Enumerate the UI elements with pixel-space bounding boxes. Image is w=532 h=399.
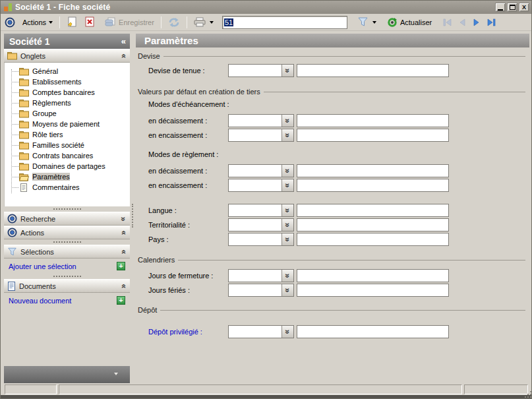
tree-item-contrats-bancaires[interactable]: Contrats bancaires (5, 150, 130, 161)
new-document-plus-button[interactable]: + (117, 296, 125, 305)
close-icon: X (522, 5, 526, 11)
panel-splitter[interactable] (4, 206, 130, 212)
green-refresh-ring-icon (387, 17, 398, 28)
combo-lookup-button[interactable]: » (281, 204, 293, 216)
tree-item-etablissements[interactable]: Etablissements (5, 77, 130, 87)
combo-lookup-button[interactable]: » (281, 284, 293, 296)
combo-echeancement-decaissement[interactable]: » (228, 114, 294, 127)
combo-lookup-button[interactable]: » (281, 179, 293, 191)
tree-item-general[interactable]: Général (5, 66, 130, 77)
input-echeancement-decaissement[interactable] (297, 114, 449, 127)
tree-item-groupe[interactable]: Groupe (5, 108, 130, 119)
add-selection-plus-button[interactable]: + (117, 262, 125, 270)
input-reglement-decaissement[interactable] (297, 164, 449, 177)
sidebar-bottom-bar[interactable] (4, 366, 130, 383)
panel-header-actions[interactable]: Actions » (4, 226, 130, 239)
input-pays[interactable] (297, 233, 449, 246)
next-record-button[interactable] (469, 16, 484, 29)
last-record-button[interactable] (484, 16, 498, 29)
input-echeancement-encaissement[interactable] (297, 129, 449, 142)
input-territorialite[interactable] (297, 218, 449, 231)
sub-label-modes-reglement: Modes de règlement : (148, 150, 525, 158)
refresh-button[interactable] (165, 15, 183, 30)
chevron-up-icon[interactable]: » (120, 284, 128, 288)
field-row-depot-privilegie: Dépôt privilégié : » (148, 325, 525, 338)
input-langue[interactable] (297, 204, 449, 217)
search-input[interactable]: 51 (222, 16, 347, 29)
combo-lookup-button[interactable]: » (281, 65, 293, 77)
depot-privilegie-link-label[interactable]: Dépôt privilégié : (148, 328, 228, 336)
combo-lookup-button[interactable]: » (281, 326, 293, 338)
combo-reglement-encaissement[interactable]: » (228, 179, 294, 192)
filter-button[interactable] (354, 15, 372, 29)
tree-item-commentaires[interactable]: Commentaires (5, 182, 130, 193)
maximize-button[interactable] (507, 3, 517, 12)
save-button[interactable]: Enregistrer (102, 15, 158, 29)
combo-devise-de-tenue[interactable]: » (228, 64, 294, 77)
combo-echeancement-encaissement[interactable]: » (228, 129, 294, 142)
combo-lookup-button[interactable]: » (281, 115, 293, 127)
combo-lookup-button[interactable]: » (281, 219, 293, 231)
input-depot-privilegie[interactable] (297, 325, 449, 338)
field-label: Jours fériés : (148, 286, 228, 294)
refresh-data-button[interactable]: Actualiser (384, 15, 435, 30)
combo-jours-de-fermeture[interactable]: » (228, 269, 294, 282)
input-jours-de-fermeture[interactable] (297, 269, 449, 282)
first-record-button[interactable] (440, 16, 455, 29)
previous-record-button[interactable] (455, 16, 469, 29)
print-button[interactable] (191, 15, 209, 29)
chevron-up-icon[interactable]: » (120, 249, 128, 254)
delete-icon (84, 16, 96, 28)
combo-depot-privilegie[interactable]: » (228, 325, 294, 338)
tree-item-parametres[interactable]: Paramètres (5, 171, 130, 182)
resize-grip[interactable] (525, 391, 526, 392)
combo-langue[interactable]: » (228, 204, 294, 217)
double-chevron-down-icon: » (284, 69, 292, 73)
chevron-up-icon[interactable]: » (120, 230, 128, 235)
panel-splitter[interactable] (4, 239, 130, 245)
panel-header-onglets[interactable]: Onglets » (4, 49, 130, 63)
new-document-link[interactable]: Nouveau document (9, 297, 117, 305)
print-options-dropdown[interactable] (209, 16, 217, 28)
combo-pays[interactable]: » (228, 233, 294, 246)
add-selection-link[interactable]: Ajouter une sélection (9, 262, 117, 270)
document-icon (7, 282, 16, 291)
delete-button[interactable] (81, 15, 99, 30)
tree-item-domaines-de-partages[interactable]: Domaines de partages (5, 161, 130, 171)
double-chevron-down-icon: » (284, 119, 292, 123)
minimize-button[interactable] (495, 3, 506, 12)
chevron-up-icon[interactable]: » (120, 53, 128, 58)
input-jours-feries[interactable] (297, 284, 449, 297)
close-button[interactable]: X (519, 3, 529, 12)
new-document-row: Nouveau document + (4, 293, 130, 308)
sidebar-splitter[interactable] (130, 34, 136, 383)
field-label: en encaissement : (148, 131, 228, 139)
panel-splitter[interactable] (4, 274, 130, 279)
combo-reglement-decaissement[interactable]: » (228, 164, 294, 177)
filter-options-dropdown[interactable] (372, 16, 380, 28)
field-label: Jours de fermeture : (148, 272, 228, 280)
tree-item-moyens-de-paiement[interactable]: Moyens de paiement (5, 119, 130, 129)
sidebar-collapse-icon[interactable]: « (121, 36, 126, 46)
tree-item-comptes-bancaires[interactable]: Comptes bancaires (5, 87, 130, 98)
panel-header-recherche[interactable]: Recherche » (4, 212, 130, 226)
panel-header-documents[interactable]: Documents » (4, 279, 130, 293)
combo-lookup-button[interactable]: » (281, 165, 293, 177)
combo-jours-feries[interactable]: » (228, 284, 294, 297)
filter-funnel-icon (357, 17, 369, 27)
tree-item-role-tiers[interactable]: Rôle tiers (5, 129, 130, 140)
combo-lookup-button[interactable]: » (281, 233, 293, 245)
actions-menu-button[interactable]: Actions (19, 16, 56, 28)
tree-item-reglements[interactable]: Règlements (5, 98, 130, 108)
input-devise-de-tenue[interactable] (297, 64, 449, 77)
tree-item-label: Rôle tiers (32, 131, 63, 138)
combo-territorialite[interactable]: » (228, 218, 294, 231)
combo-lookup-button[interactable]: » (281, 129, 293, 141)
tree-item-familles-societe[interactable]: Familles société (5, 140, 130, 150)
panel-header-selections[interactable]: Sélections » (4, 245, 130, 259)
folder-open-icon (19, 173, 29, 181)
combo-lookup-button[interactable]: » (281, 270, 293, 282)
new-button[interactable] (63, 15, 81, 30)
input-reglement-encaissement[interactable] (297, 179, 449, 192)
chevron-down-icon[interactable]: » (120, 216, 128, 221)
